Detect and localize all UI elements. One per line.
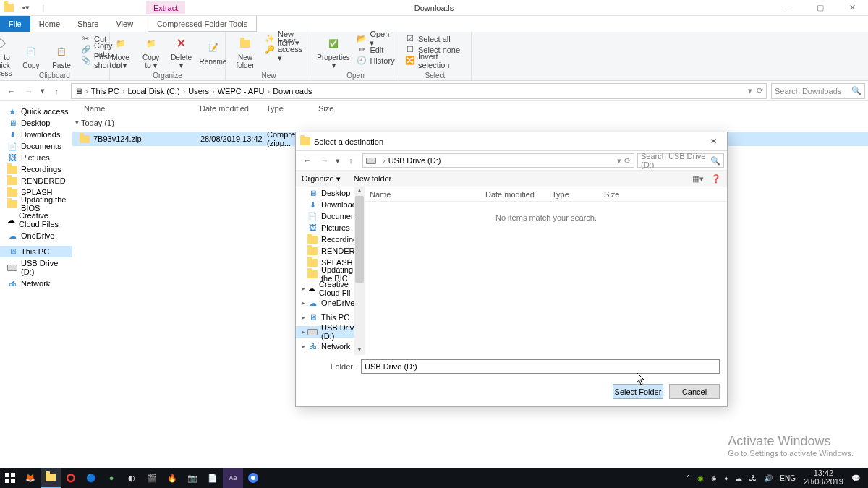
recent-button[interactable]: ▾ (38, 86, 48, 95)
taskbar-app[interactable]: 🦊 (20, 468, 41, 488)
nav-this-pc[interactable]: 🖥This PC (0, 246, 72, 257)
move-to-button[interactable]: 📁Move to ▾ (106, 33, 136, 71)
refresh-icon[interactable]: ⟳ (757, 86, 763, 95)
dlg-search-input[interactable]: Search USB Drive (D:) 🔍 (637, 153, 724, 168)
nav-rendered[interactable]: RENDERED (0, 175, 72, 187)
dlg-folder-input[interactable] (361, 359, 720, 374)
crumb-item[interactable]: WEPC - APU (218, 87, 265, 95)
dlg-back-button[interactable]: ← (299, 156, 316, 165)
dlg-organize-button[interactable]: Organize ▾ (302, 174, 341, 184)
tab-home[interactable]: Home (30, 16, 69, 32)
easy-access-button[interactable]: 🔑Easy access ▾ (263, 44, 307, 55)
copy-to-button[interactable]: 📁Copy to ▾ (136, 33, 166, 71)
taskbar-app[interactable]: 🎬 (142, 468, 162, 488)
tray-volume-icon[interactable]: 🔊 (760, 474, 776, 482)
rename-button[interactable]: 📝Rename (197, 33, 230, 71)
open-button[interactable]: 📂Open ▾ (355, 33, 396, 44)
taskbar-app[interactable]: ● (101, 468, 122, 488)
taskbar-app[interactable]: ⭕ (61, 468, 81, 488)
nav-network[interactable]: 🖧Network (0, 278, 72, 289)
forward-button[interactable]: → (20, 87, 38, 95)
nav-recordings[interactable]: Recordings (0, 163, 72, 175)
scroll-down-icon[interactable]: ▼ (354, 346, 365, 355)
col-name[interactable]: Name (80, 104, 195, 113)
dlg-up-button[interactable]: ↑ (342, 156, 359, 165)
dlg-col-size[interactable]: Size (600, 190, 643, 199)
taskbar-app[interactable]: ◐ (122, 468, 142, 488)
tab-file[interactable]: File (0, 16, 30, 32)
scroll-up-icon[interactable]: ▲ (354, 187, 365, 196)
dialog-close-button[interactable]: ✕ (705, 137, 723, 146)
tray-nvidia-icon[interactable]: ◉ (694, 474, 707, 482)
nav-usb-drive[interactable]: USB Drive (D:) (0, 262, 72, 273)
dlg-tree-scrollbar[interactable]: ▲ ▼ (354, 187, 365, 355)
col-type[interactable]: Type (262, 104, 314, 113)
group-today[interactable]: ▸Today (1) (72, 116, 868, 130)
tray-notifications-icon[interactable]: 💬 (848, 474, 864, 482)
nav-quick-access[interactable]: ★Quick access (0, 106, 72, 117)
taskbar-app[interactable]: 🔥 (162, 468, 182, 488)
up-button[interactable]: ↑ (48, 87, 65, 95)
nav-onedrive[interactable]: ☁OneDrive (0, 230, 72, 241)
history-button[interactable]: 🕘History (355, 55, 396, 66)
dlg-forward-button[interactable]: → (316, 156, 333, 165)
dlg-col-date[interactable]: Date modified (481, 190, 548, 199)
tab-share[interactable]: Share (69, 16, 107, 32)
back-button[interactable]: ← (3, 87, 20, 95)
nav-desktop[interactable]: 🖥Desktop (0, 117, 72, 129)
maximize-button[interactable]: ▢ (804, 0, 836, 16)
tray-onedrive-icon[interactable]: ☁ (731, 474, 746, 482)
tab-view[interactable]: View (107, 16, 142, 32)
col-size[interactable]: Size (314, 104, 357, 113)
nav-documents[interactable]: 📄Documents (0, 140, 72, 152)
invert-selection-button[interactable]: 🔀Invert selection (404, 55, 467, 66)
dlg-breadcrumb[interactable]: › USB Drive (D:) ▾ ⟳ (362, 153, 634, 168)
select-folder-button[interactable]: Select Folder (613, 384, 663, 399)
minimize-button[interactable]: — (773, 0, 804, 16)
dlg-col-type[interactable]: Type (548, 190, 600, 199)
close-button[interactable]: ✕ (836, 0, 868, 16)
properties-button[interactable]: ✅Properties ▾ (315, 33, 353, 71)
dlg-crumb-item[interactable]: USB Drive (D:) (388, 156, 441, 165)
nav-ccf[interactable]: ☁Creative Cloud Files (0, 214, 72, 226)
context-tab-extract[interactable]: Extract (146, 1, 185, 14)
dlg-new-folder-button[interactable]: New folder (354, 174, 392, 183)
nav-updating-bios[interactable]: Updating the BIOS (0, 198, 72, 210)
crumb-item[interactable]: Local Disk (C:) (127, 87, 179, 95)
select-all-button[interactable]: ☑Select all (404, 33, 467, 44)
addr-dropdown-icon[interactable]: ▾ (748, 86, 752, 95)
dlg-help-icon[interactable]: ❓ (711, 174, 721, 184)
crumb-item[interactable]: This PC (91, 87, 119, 95)
dlg-recent-button[interactable]: ▾ (333, 156, 342, 166)
show-desktop-button[interactable] (864, 468, 868, 488)
dlg-refresh-icon[interactable]: ⟳ (624, 156, 631, 166)
dlg-view-button[interactable]: ▦▾ (692, 174, 704, 184)
taskbar-explorer[interactable] (41, 468, 61, 488)
tab-compressed-tools[interactable]: Compressed Folder Tools (148, 16, 257, 32)
tray-app-icon[interactable]: ♦ (720, 474, 731, 482)
nav-pictures[interactable]: 🖼Pictures (0, 152, 72, 163)
taskbar-app[interactable]: 📄 (203, 468, 223, 488)
col-date[interactable]: Date modified (195, 104, 262, 113)
taskbar-app[interactable]: 🔵 (81, 468, 101, 488)
search-input[interactable]: Search Downloads 🔍 (771, 83, 865, 99)
tray-network-icon[interactable]: 🖧 (746, 474, 760, 482)
edit-button[interactable]: ✏Edit (355, 44, 396, 55)
scroll-thumb[interactable] (355, 196, 364, 283)
crumb-item[interactable]: Users (188, 87, 209, 95)
qat-dropdown-icon[interactable]: ▪▾ (20, 1, 33, 14)
start-button[interactable] (0, 468, 20, 488)
tray-clock[interactable]: 13:4228/08/2019 (799, 469, 848, 486)
delete-button[interactable]: ✕Delete ▾ (166, 33, 197, 71)
tray-app-icon[interactable]: ◈ (707, 474, 720, 482)
taskbar-app[interactable]: Ae (223, 468, 243, 488)
crumb-item[interactable]: Downloads (273, 87, 312, 95)
nav-downloads[interactable]: ⬇Downloads (0, 129, 72, 140)
taskbar-app[interactable]: 📷 (182, 468, 203, 488)
cancel-button[interactable]: Cancel (669, 384, 720, 399)
taskbar-chrome[interactable] (243, 468, 263, 488)
dlg-addr-dropdown-icon[interactable]: ▾ (617, 156, 621, 166)
new-folder-button[interactable]: New folder (230, 33, 260, 71)
tray-lang[interactable]: ENG (776, 474, 799, 482)
dlg-col-name[interactable]: Name (365, 190, 481, 199)
